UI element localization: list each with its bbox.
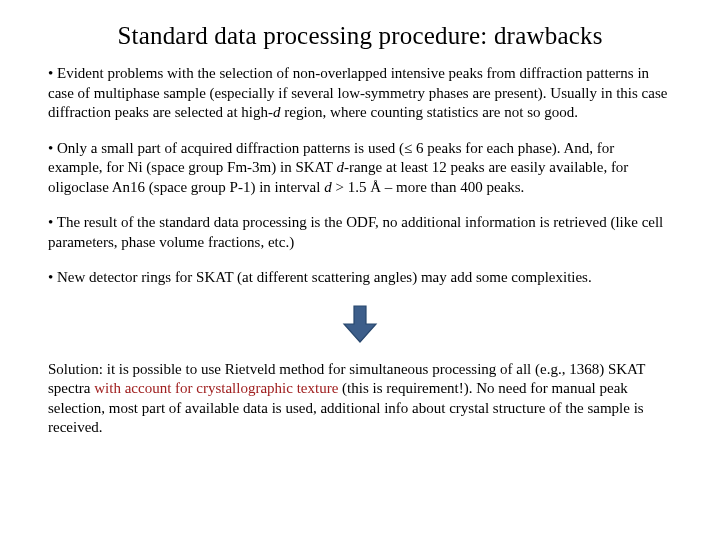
solution-paragraph: Solution: it is possible to use Rietveld…: [48, 360, 672, 438]
down-arrow-icon: [340, 302, 380, 346]
italic-d: d: [324, 179, 332, 195]
text: region, where counting statistics are no…: [281, 104, 578, 120]
slide: Standard data processing procedure: draw…: [0, 0, 720, 466]
italic-d: d: [336, 159, 344, 175]
bullet-4: • New detector rings for SKAT (at differ…: [48, 268, 672, 288]
bullet-3: • The result of the standard data proces…: [48, 213, 672, 252]
highlight-red: with account for crystallographic textur…: [94, 380, 338, 396]
text: > 1.5 Å – more than 400 peaks.: [332, 179, 525, 195]
bullet-2: • Only a small part of acquired diffract…: [48, 139, 672, 198]
italic-d: d: [273, 104, 281, 120]
arrow-container: [48, 302, 672, 350]
page-title: Standard data processing procedure: draw…: [48, 22, 672, 50]
bullet-1: • Evident problems with the selection of…: [48, 64, 672, 123]
